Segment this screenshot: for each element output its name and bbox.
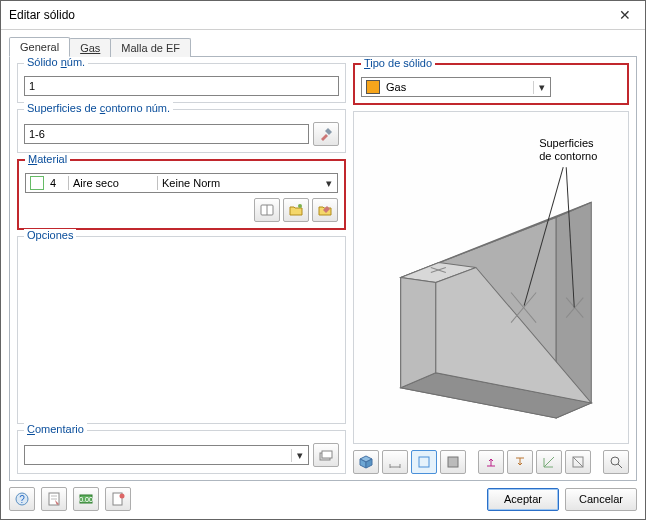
tab-gas-label: Gas [80,42,100,54]
view-wire-button[interactable] [411,450,437,474]
support-icon [484,455,498,469]
svg-point-2 [298,204,302,208]
client-area: General Gas Malla de EF Sólido núm. S [1,30,645,519]
bottom-bar: ? 0.00 Aceptar Cancelar [9,487,637,511]
solid-preview-svg: Superficies de contorno [354,112,628,443]
notes-button[interactable] [41,487,67,511]
tab-general[interactable]: General [9,37,70,57]
material-edit-button[interactable] [312,198,338,222]
preview-label-1: Superficies [539,137,594,149]
preview-label-2: de contorno [539,150,597,162]
svg-text:0.00: 0.00 [79,496,93,503]
svg-rect-26 [419,457,429,467]
svg-text:?: ? [19,494,25,505]
preview-3d: Superficies de contorno [353,111,629,444]
group-solid-type: Tipo de sólido Gas ▾ [353,63,629,105]
view-load-button[interactable] [507,450,533,474]
solid-number-input[interactable] [24,76,339,96]
eyedropper-icon [319,127,333,141]
units-icon: 0.00 [79,492,93,506]
group-options: Opciones [17,236,346,424]
group-contour-surfaces: Superficies de contorno núm. [17,109,346,153]
svg-line-31 [618,464,622,468]
group-solid-type-title: Tipo de sólido [361,57,435,69]
material-combo[interactable]: 4 Aire seco Keine Norm ▾ [25,173,338,193]
wireframe-icon [417,455,431,469]
comment-combo[interactable]: ▾ [24,445,309,465]
group-solid-number-title: Sólido núm. [24,56,88,68]
contour-surfaces-input[interactable] [24,124,309,144]
group-solid-number: Sólido núm. [17,63,346,103]
group-comment-title: Comentario [24,423,87,435]
tab-page-general: Sólido núm. Superficies de contorno núm. [9,56,637,481]
shaded-icon [446,455,460,469]
window-title: Editar sólido [9,8,75,22]
book-icon [260,204,274,216]
tab-gas[interactable]: Gas [69,38,111,57]
group-comment: Comentario ▾ [17,430,346,474]
help-icon: ? [15,492,29,506]
solid-type-value: Gas [384,81,533,93]
close-button[interactable]: ✕ [605,1,645,29]
svg-point-40 [120,494,125,499]
material-name: Aire seco [71,177,155,189]
chevron-down-icon: ▾ [533,81,550,94]
magnifier-icon [609,455,623,469]
section-icon [571,455,585,469]
chevron-down-icon: ▾ [291,449,308,462]
right-column: Tipo de sólido Gas ▾ [353,63,629,474]
solid-type-combo[interactable]: Gas ▾ [361,77,551,97]
stack-icon [319,449,333,461]
dimension-icon [388,455,402,469]
solid-type-swatch-icon [366,80,380,94]
svg-line-29 [573,457,583,467]
svg-point-30 [611,457,619,465]
group-material-title: Material [25,153,70,165]
preview-toolbar [353,450,629,474]
help-button[interactable]: ? [9,487,35,511]
axis-icon [542,455,556,469]
group-options-title: Opciones [24,229,76,241]
material-library-button[interactable] [254,198,280,222]
group-contour-surfaces-title: Superficies de contorno núm. [24,102,173,114]
svg-rect-27 [448,457,458,467]
svg-rect-4 [322,451,332,458]
group-material: Material 4 Aire seco Keine Norm ▾ [17,159,346,230]
dialog-edit-solid: Editar sólido ✕ General Gas Malla de EF … [0,0,646,520]
ok-button[interactable]: Aceptar [487,488,559,511]
view-section-button[interactable] [565,450,591,474]
material-number: 4 [48,177,66,189]
tab-mesh[interactable]: Malla de EF [110,38,191,57]
tab-mesh-label: Malla de EF [121,42,180,54]
units-button[interactable]: 0.00 [73,487,99,511]
view-shade-button[interactable] [440,450,466,474]
cancel-label: Cancelar [579,493,623,505]
view-support-button[interactable] [478,450,504,474]
tab-bar: General Gas Malla de EF [9,36,637,57]
script-button[interactable] [105,487,131,511]
notes-icon [47,492,61,506]
comment-library-button[interactable] [313,443,339,467]
pick-surfaces-button[interactable] [313,122,339,146]
view-local-button[interactable] [536,450,562,474]
titlebar: Editar sólido ✕ [1,1,645,30]
material-swatch-icon [30,176,44,190]
script-icon [111,492,125,506]
svg-marker-10 [401,278,436,388]
cancel-button[interactable]: Cancelar [565,488,637,511]
chevron-down-icon: ▾ [321,177,337,190]
ok-label: Aceptar [504,493,542,505]
left-column: Sólido núm. Superficies de contorno núm. [17,63,346,474]
material-norm: Keine Norm [160,177,321,189]
view-dim-button[interactable] [382,450,408,474]
material-new-button[interactable] [283,198,309,222]
cube-icon [359,455,373,469]
edit-icon [318,204,332,216]
tab-general-label: General [20,41,59,53]
new-folder-icon [289,204,303,216]
close-icon: ✕ [619,7,631,23]
view-zoom-button[interactable] [603,450,629,474]
view-iso-button[interactable] [353,450,379,474]
load-icon [513,455,527,469]
